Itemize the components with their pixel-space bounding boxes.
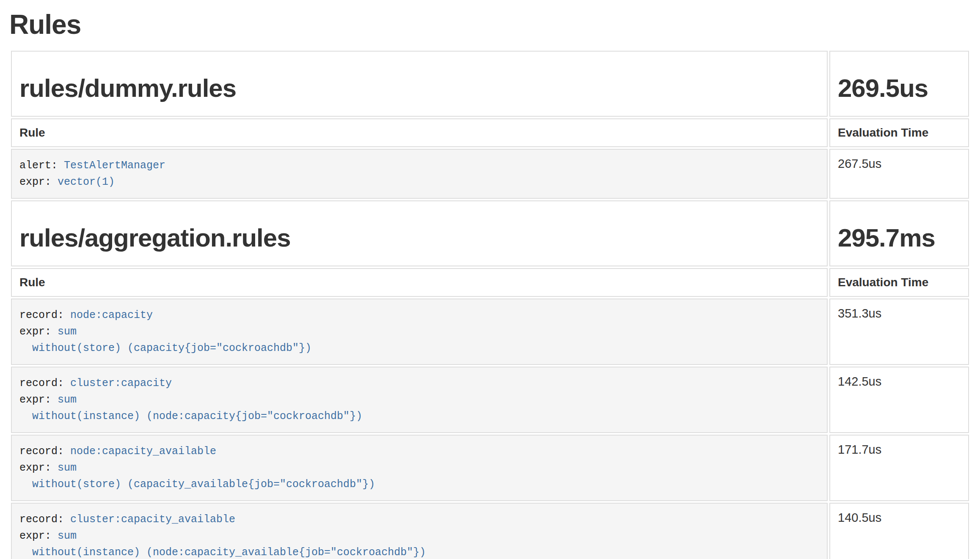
rule-row: record: node:capacity_available expr: su…	[11, 435, 969, 501]
group-header-row: rules/dummy.rules 269.5us	[11, 51, 969, 117]
group-eval-time-cell: 269.5us	[829, 51, 969, 117]
group-header-row: rules/aggregation.rules 295.7ms	[11, 200, 969, 266]
rule-row: alert: TestAlertManager expr: vector(1) …	[11, 149, 969, 199]
group-eval-time-cell: 295.7ms	[829, 200, 969, 266]
rule-name-link[interactable]: cluster:capacity	[70, 377, 172, 389]
rule-expr-link[interactable]: sum without(store) (capacity{job="cockro…	[19, 326, 311, 354]
rule-type-label: record:	[19, 309, 70, 321]
rules-table: rules/dummy.rules 269.5us Rule Evaluatio…	[9, 49, 971, 559]
rule-column-header: Rule	[11, 118, 828, 147]
rule-cell: alert: TestAlertManager expr: vector(1)	[11, 149, 828, 199]
group-eval-time: 269.5us	[838, 74, 961, 102]
rule-type-label: record:	[19, 445, 70, 458]
rule-expr-link[interactable]: sum without(instance) (node:capacity_ava…	[19, 530, 426, 559]
rule-row: record: cluster:capacity expr: sum witho…	[11, 367, 969, 433]
page-title: Rules	[9, 11, 971, 38]
eval-time-column-header: Evaluation Time	[829, 118, 969, 147]
rule-eval-time-cell: 267.5us	[829, 149, 969, 199]
group-eval-time: 295.7ms	[838, 224, 961, 252]
group-file: rules/aggregation.rules	[19, 224, 819, 252]
expr-label: expr:	[19, 530, 58, 542]
rule-eval-time-cell: 171.7us	[829, 435, 969, 501]
rule-type-label: record:	[19, 377, 70, 389]
rule-name-link[interactable]: cluster:capacity_available	[70, 513, 235, 526]
rule-row: record: cluster:capacity_available expr:…	[11, 503, 969, 559]
rule-cell: record: node:capacity expr: sum without(…	[11, 299, 828, 365]
rules-page: Rules rules/dummy.rules 269.5us Rule Eva…	[0, 11, 980, 559]
rule-type-label: record:	[19, 513, 70, 526]
rule-eval-time-cell: 140.5us	[829, 503, 969, 559]
rules-table-body: rules/dummy.rules 269.5us Rule Evaluatio…	[11, 51, 969, 559]
rule-cell: record: node:capacity_available expr: su…	[11, 435, 828, 501]
group-file: rules/dummy.rules	[19, 74, 819, 102]
rule-eval-time-cell: 351.3us	[829, 299, 969, 365]
rule-eval-time-cell: 142.5us	[829, 367, 969, 433]
rule-row: record: node:capacity expr: sum without(…	[11, 299, 969, 365]
rule-name-link[interactable]: node:capacity_available	[70, 445, 216, 458]
rule-type-label: alert:	[19, 159, 64, 172]
rule-name-link[interactable]: TestAlertManager	[64, 159, 165, 172]
rule-name-link[interactable]: node:capacity	[70, 309, 153, 321]
rule-expr-link[interactable]: vector(1)	[58, 176, 115, 188]
expr-label: expr:	[19, 176, 58, 188]
group-file-cell: rules/dummy.rules	[11, 51, 828, 117]
rule-expr-link[interactable]: sum without(instance) (node:capacity{job…	[19, 394, 362, 422]
group-file-cell: rules/aggregation.rules	[11, 200, 828, 266]
rule-cell: record: cluster:capacity expr: sum witho…	[11, 367, 828, 433]
expr-label: expr:	[19, 394, 58, 406]
column-header-row: Rule Evaluation Time	[11, 118, 969, 147]
rule-expr-link[interactable]: sum without(store) (capacity_available{j…	[19, 462, 375, 490]
column-header-row: Rule Evaluation Time	[11, 268, 969, 297]
rule-cell: record: cluster:capacity_available expr:…	[11, 503, 828, 559]
eval-time-column-header: Evaluation Time	[829, 268, 969, 297]
expr-label: expr:	[19, 462, 58, 474]
rule-column-header: Rule	[11, 268, 828, 297]
expr-label: expr:	[19, 326, 58, 338]
